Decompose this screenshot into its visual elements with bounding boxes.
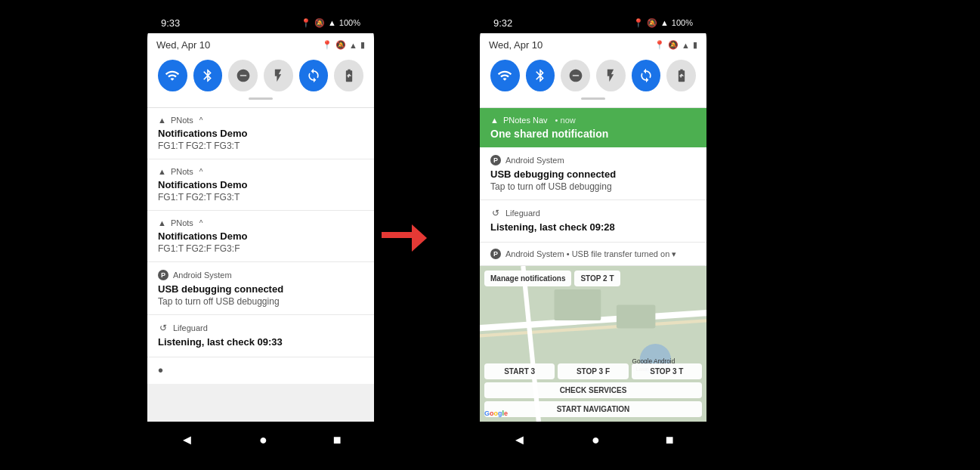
left-nav-home[interactable]: ● xyxy=(259,432,267,448)
right-battery-status: 100% xyxy=(672,18,693,27)
right-green-title: One shared notification xyxy=(490,128,696,140)
right-green-header: ▲ PNotes Nav • now xyxy=(490,116,696,125)
right-panel-date-row: Wed, Apr 10 📍 🔕 ▲ ▮ xyxy=(489,39,697,51)
left-silent-icon: 🔕 xyxy=(314,18,325,28)
left-nav-back[interactable]: ◄ xyxy=(180,432,193,448)
right-notif-usb-body: Tap to turn off USB debugging xyxy=(490,181,696,192)
map-rows-bottom: START 3 STOP 3 F STOP 3 T CHECK SERVICES… xyxy=(484,363,702,417)
left-notif-1-body: FG1:T FG2:T FG3:T xyxy=(158,141,363,151)
left-notif-2-header: ▲ PNots ^ xyxy=(158,167,363,176)
right-qs-dnd[interactable] xyxy=(561,60,590,91)
left-pnots-icon-1: ▲ xyxy=(158,116,166,125)
left-panel-loc-icon: 📍 xyxy=(322,40,332,50)
left-notif-3-body: FG1:T FG2:F FG3:F xyxy=(158,243,363,254)
right-phone-screen: 9:32 📍 🔕 ▲ 100% Wed, Apr 10 📍 🔕 xyxy=(480,12,706,458)
left-notification-panel: Wed, Apr 10 📍 🔕 ▲ ▮ xyxy=(147,33,374,422)
stop2t-btn[interactable]: STOP 2 T xyxy=(574,271,620,286)
left-location-icon: 📍 xyxy=(301,18,311,28)
right-status-icons: 📍 🔕 ▲ 100% xyxy=(633,18,693,28)
left-notif-2-body: FG1:T FG2:T FG3:T xyxy=(158,192,363,203)
right-pnotes-nav-icon: ▲ xyxy=(490,116,499,125)
right-qs-flashlight[interactable] xyxy=(596,60,626,91)
right-panel-loc-icon: 📍 xyxy=(654,40,665,50)
right-notif-green[interactable]: ▲ PNotes Nav • now One shared notificati… xyxy=(480,108,706,147)
right-android-p-icon: P xyxy=(490,155,501,165)
left-bottom-nav: ◄ ● ■ xyxy=(147,422,374,458)
right-notif-lifeguard[interactable]: ↺ Lifeguard Listening, last check 09:28 xyxy=(480,200,706,243)
left-notif-1-chevron: ^ xyxy=(199,116,203,125)
left-panel-batt-icon: ▮ xyxy=(360,40,365,50)
left-notif-2[interactable]: ▲ PNots ^ Notifications Demo FG1:T FG2:T… xyxy=(147,159,374,211)
right-notification-panel: Wed, Apr 10 📍 🔕 ▲ ▮ xyxy=(480,33,706,422)
right-green-appname: PNotes Nav xyxy=(503,116,548,125)
left-nav-recents[interactable]: ■ xyxy=(333,432,342,448)
right-panel-handle xyxy=(581,97,605,100)
right-qs-sync[interactable] xyxy=(632,60,661,91)
manage-notifications-btn[interactable]: Manage notifications xyxy=(484,271,571,286)
left-notif-2-chevron: ^ xyxy=(199,168,203,176)
left-notif-lifeguard-title: Listening, last check 09:33 xyxy=(158,336,363,348)
map-row-2: START 3 STOP 3 F STOP 3 T xyxy=(484,363,702,379)
right-notif-lifeguard-appname: Lifeguard xyxy=(505,209,540,218)
left-panel-header: Wed, Apr 10 📍 🔕 ▲ ▮ xyxy=(147,33,374,108)
start-nav-btn[interactable]: START NAVIGATION xyxy=(484,401,702,417)
right-panel-batt-icon: ▮ xyxy=(693,40,697,50)
right-nav-recents[interactable]: ■ xyxy=(666,432,674,448)
right-location-icon: 📍 xyxy=(633,18,644,28)
right-quick-settings xyxy=(489,57,697,97)
right-notif-usb[interactable]: P Android System USB debugging connected… xyxy=(480,147,706,200)
left-notif-lifeguard[interactable]: ↺ Lifeguard Listening, last check 09:33 xyxy=(147,315,374,357)
right-map-area: Google Android Lawn Statues Manage notif… xyxy=(480,266,706,422)
left-panel-silent-icon: 🔕 xyxy=(335,40,346,50)
left-panel-handle xyxy=(249,97,273,100)
check-services-btn[interactable]: CHECK SERVICES xyxy=(484,382,702,398)
right-status-time: 9:32 xyxy=(493,17,512,29)
map-row-3: CHECK SERVICES xyxy=(484,382,702,398)
left-status-bar: 9:33 📍 🔕 ▲ 100% xyxy=(147,12,374,33)
google-logo: Google xyxy=(484,410,508,417)
left-notif-2-appname: PNots xyxy=(171,167,193,176)
left-pnots-icon-3: ▲ xyxy=(158,218,166,227)
right-qs-wifi[interactable] xyxy=(490,60,520,91)
right-nav-home[interactable]: ● xyxy=(592,432,600,448)
right-panel-wifi-icon: ▲ xyxy=(682,41,690,50)
right-panel-status-icons: 📍 🔕 ▲ ▮ xyxy=(654,40,697,50)
left-notif-3[interactable]: ▲ PNots ^ Notifications Demo FG1:T FG2:F… xyxy=(147,211,374,262)
right-panel-silent-icon: 🔕 xyxy=(668,40,679,50)
left-qs-bluetooth[interactable] xyxy=(193,60,223,91)
right-qs-bluetooth[interactable] xyxy=(526,60,555,91)
left-android-p-icon: P xyxy=(158,270,168,280)
right-panel-header: Wed, Apr 10 📍 🔕 ▲ ▮ xyxy=(480,33,706,108)
left-qs-sync[interactable] xyxy=(299,60,329,91)
right-qs-battery-saver[interactable] xyxy=(666,60,696,91)
left-screen-inner: 9:33 📍 🔕 ▲ 100% Wed, Apr 10 📍 🔕 xyxy=(147,12,374,458)
left-dots: • xyxy=(147,357,374,384)
left-notif-lifeguard-header: ↺ Lifeguard xyxy=(158,323,363,333)
left-panel-wifi-icon: ▲ xyxy=(349,41,357,50)
right-nav-back[interactable]: ◄ xyxy=(512,432,526,448)
right-notif-usb-transfer[interactable]: P Android System • USB file transfer tur… xyxy=(480,243,706,266)
left-wifi-status-icon: ▲ xyxy=(328,18,336,27)
right-status-bar: 9:32 📍 🔕 ▲ 100% xyxy=(480,12,706,33)
start3-btn[interactable]: START 3 xyxy=(484,363,555,379)
left-pnots-icon-2: ▲ xyxy=(158,167,166,176)
stop3t-btn[interactable]: STOP 3 T xyxy=(632,363,702,379)
right-notif-usb-appname: Android System xyxy=(505,156,564,165)
left-notif-usb[interactable]: P Android System USB debugging connected… xyxy=(147,262,374,315)
left-notif-3-header: ▲ PNots ^ xyxy=(158,218,363,227)
left-phone-screen: 9:33 📍 🔕 ▲ 100% Wed, Apr 10 📍 🔕 xyxy=(147,12,374,458)
right-panel-date: Wed, Apr 10 xyxy=(489,39,543,51)
left-qs-dnd[interactable] xyxy=(228,60,258,91)
left-notif-1[interactable]: ▲ PNots ^ Notifications Demo FG1:T FG2:T… xyxy=(147,108,374,159)
left-notification-list: ▲ PNots ^ Notifications Demo FG1:T FG2:T… xyxy=(147,108,374,422)
left-notif-usb-appname: Android System xyxy=(173,271,232,280)
left-notif-1-header: ▲ PNots ^ xyxy=(158,116,363,125)
right-android-p-icon-2: P xyxy=(490,249,501,259)
left-qs-battery-saver[interactable] xyxy=(334,60,363,91)
map-row-4: START NAVIGATION xyxy=(484,401,702,417)
left-notif-2-title: Notifications Demo xyxy=(158,179,363,190)
right-notif-lifeguard-header: ↺ Lifeguard xyxy=(490,208,696,218)
stop3f-btn[interactable]: STOP 3 F xyxy=(558,363,628,379)
left-qs-flashlight[interactable] xyxy=(264,60,293,91)
left-qs-wifi[interactable] xyxy=(158,60,187,91)
